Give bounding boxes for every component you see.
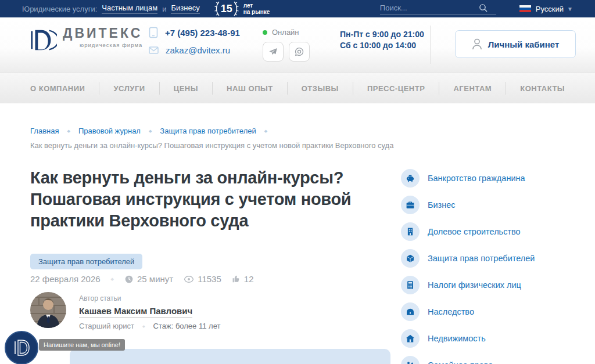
sidebar-item-label: Бизнес — [428, 200, 456, 210]
sidebar-item-label: Семейное право — [428, 361, 493, 364]
sidebar-item-real-estate[interactable]: Недвижимость — [401, 329, 581, 348]
nav-item-press[interactable]: ПРЕСС-ЦЕНТР — [367, 84, 425, 93]
building-icon — [405, 226, 415, 237]
header-divider — [430, 26, 431, 64]
sidebar-item-label: Налоги физических лиц — [428, 280, 521, 290]
breadcrumb-home[interactable]: Главная — [30, 127, 59, 135]
page: Юридические услуги: Частным лицам и Бизн… — [0, 0, 595, 364]
badge-line1: лет — [243, 2, 253, 9]
nav-item-prices[interactable]: ЦЕНЫ — [174, 84, 198, 93]
sidebar-item-label: Недвижимость — [428, 334, 486, 343]
sidebar-item-consumer-rights[interactable]: Защита прав потребителей — [401, 249, 581, 268]
search-icon[interactable] — [479, 3, 488, 13]
piggy-bank-icon — [405, 173, 415, 183]
logo[interactable]: ДВИТЕКС юридическая фирма — [28, 26, 142, 55]
thumbs-up-icon — [232, 275, 241, 283]
chat-tooltip[interactable]: Напишите нам, мы online! — [39, 339, 125, 351]
likes-count[interactable]: 12 — [232, 274, 254, 284]
breadcrumb-separator-icon: ◆ — [67, 129, 70, 134]
header: ДВИТЕКС юридическая фирма +7 (495) 223-4… — [0, 17, 595, 73]
account-button-label: Личный кабинет — [488, 39, 560, 49]
chest-icon — [405, 307, 415, 317]
package-icon — [405, 253, 415, 264]
nav-item-agents[interactable]: АГЕНТАМ — [453, 84, 492, 93]
nav-item-services[interactable]: УСЛУГИ — [114, 84, 145, 93]
telegram-button[interactable] — [263, 42, 284, 62]
logo-subtitle: юридическая фирма — [63, 42, 142, 48]
sidebar-item-label: Защита прав потребителей — [428, 254, 535, 263]
views-count: 11535 — [184, 274, 221, 284]
page-title: Как вернуть деньги за онлайн-курсы? Поша… — [30, 167, 390, 232]
chat-dvitex-logo-icon — [13, 338, 30, 358]
years-badge: 15 лет на рынке — [213, 1, 270, 17]
house-icon — [405, 333, 415, 344]
sidebar-item-label: Долевое строительство — [428, 227, 521, 236]
language-selector[interactable]: Русский ▼ — [536, 5, 573, 13]
nav-item-about[interactable]: О КОМПАНИИ — [30, 84, 85, 93]
sidebar-item-label: Наследство — [428, 307, 474, 316]
nav-item-reviews[interactable]: ОТЗЫВЫ — [302, 84, 339, 93]
phone-link[interactable]: +7 (495) 223-48-91 — [165, 28, 240, 38]
person-icon — [472, 38, 482, 50]
author-separator-icon: ◆ — [142, 324, 145, 328]
publish-date: 22 февраля 2026 — [30, 274, 101, 284]
breadcrumb-separator-icon: ◆ — [264, 129, 267, 134]
dvitex-logo-icon — [28, 26, 57, 55]
chevron-down-icon: ▼ — [567, 6, 573, 12]
individuals-link[interactable]: Частным лицам — [102, 3, 157, 14]
whatsapp-button[interactable] — [289, 42, 310, 62]
family-icon — [405, 360, 415, 364]
category-tag[interactable]: Защита прав потребителей — [30, 254, 142, 269]
meta-separator-icon: ◆ — [111, 277, 114, 282]
badge-line2: на рынке — [243, 9, 270, 15]
author-name-link[interactable]: Кашаев Максим Павлович — [79, 306, 192, 318]
sidebar-item-business[interactable]: Бизнес — [401, 196, 581, 214]
sidebar-item-label: Банкротство гражданина — [428, 174, 525, 183]
telegram-icon — [268, 46, 278, 57]
author-avatar — [30, 292, 66, 328]
breadcrumb-separator-icon: ◆ — [149, 129, 152, 134]
sidebar-item-bankruptcy[interactable]: Банкротство гражданина — [401, 169, 581, 188]
phone-icon — [149, 27, 158, 38]
nav-item-contacts[interactable]: КОНТАКТЫ — [520, 84, 565, 93]
laurel-left-icon — [213, 1, 220, 17]
clock-icon — [124, 275, 134, 284]
nav-item-experience[interactable]: НАШ ОПЫТ — [227, 84, 273, 93]
account-button[interactable]: Личный кабинет — [455, 30, 576, 58]
hours-weekdays: Пн-Пт с 9:00 до 21:00 — [340, 29, 424, 40]
top-bar: Юридические услуги: Частным лицам и Бизн… — [0, 0, 595, 17]
chat-widget-button[interactable] — [5, 331, 38, 364]
russian-flag-icon — [519, 5, 531, 13]
author-experience: Стаж: более 11 лет — [153, 322, 221, 330]
sidebar-item-family-law[interactable]: Семейное право — [401, 356, 581, 364]
breadcrumb-journal[interactable]: Правовой журнал — [78, 127, 141, 135]
sidebar-item-construction[interactable]: Долевое строительство — [401, 222, 581, 241]
article-meta: 22 февраля 2026 ◆ 25 минут 11535 12 — [30, 274, 264, 284]
content-panel — [70, 349, 390, 364]
sidebar-item-taxes[interactable]: Налоги физических лиц — [401, 276, 581, 294]
mail-icon — [149, 46, 159, 54]
likes-label: 12 — [244, 274, 254, 284]
language-label: Русский — [536, 5, 564, 13]
breadcrumb-category[interactable]: Защита прав потребителей — [160, 127, 256, 135]
online-status-dot — [263, 30, 267, 35]
briefcase-icon — [405, 200, 415, 210]
business-link[interactable]: Бизнесу — [171, 3, 199, 14]
online-status-label: Онлайн — [272, 28, 299, 37]
conjunction-text: и — [162, 5, 166, 13]
email-link[interactable]: zakaz@dvitex.ru — [166, 45, 230, 55]
contacts-block: +7 (495) 223-48-91 zakaz@dvitex.ru — [149, 27, 240, 62]
whatsapp-icon — [294, 46, 304, 57]
breadcrumb-current: Как вернуть деньги за онлайн-курсы? Поша… — [30, 141, 393, 150]
author-block: Автор статьи Кашаев Максим Павлович Стар… — [30, 292, 220, 330]
working-hours: Пн-Пт с 9:00 до 21:00 Сб с 10:00 до 14:0… — [340, 29, 424, 51]
services-label: Юридические услуги: — [22, 5, 97, 13]
laurel-right-icon — [233, 1, 241, 17]
badge-number: 15 — [221, 3, 232, 15]
main-nav: О КОМПАНИИ УСЛУГИ ЦЕНЫ НАШ ОПЫТ ОТЗЫВЫ П… — [0, 73, 595, 103]
sidebar-item-inheritance[interactable]: Наследство — [401, 302, 581, 321]
search-input[interactable] — [380, 3, 479, 12]
category-sidebar: Банкротство гражданина Бизнес Долевое ст… — [401, 169, 581, 364]
author-position: Старший юрист — [79, 322, 134, 330]
online-block: Онлайн — [263, 28, 315, 62]
